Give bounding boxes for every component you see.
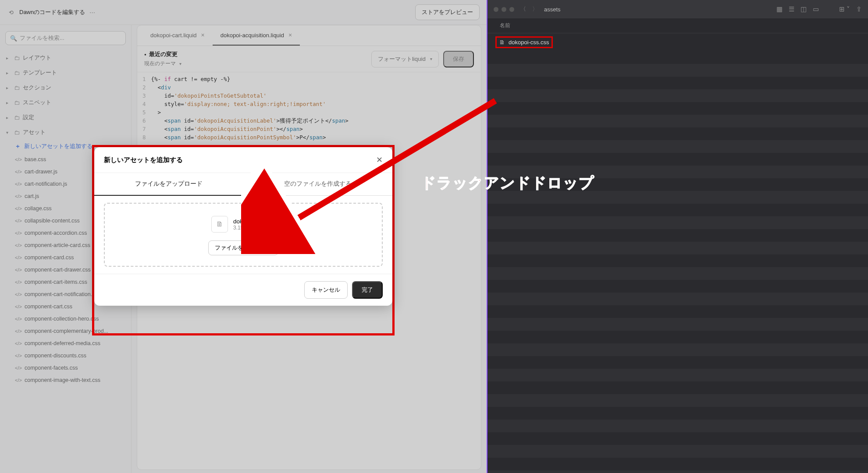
code-file-icon: </> — [15, 218, 21, 223]
finder-empty-row — [487, 229, 868, 242]
code-file-icon: </> — [15, 194, 21, 199]
share-icon[interactable]: ⇪ — [856, 5, 862, 13]
code-file-icon: </> — [15, 157, 21, 162]
finder-column-name[interactable]: 名前 — [487, 18, 868, 33]
view-icon-columns[interactable]: ◫ — [800, 5, 807, 13]
code-file-icon: </> — [15, 169, 21, 174]
more-icon[interactable]: ⋯ — [89, 9, 95, 16]
done-button[interactable]: 完了 — [352, 281, 383, 299]
search-input[interactable]: 🔍 ファイルを検索... — [5, 31, 126, 45]
tree-section-4[interactable]: ▸🗀設定 — [0, 110, 131, 125]
finder-empty-row — [487, 407, 868, 420]
format-liquid-button[interactable]: フォーマットliquid — [371, 51, 439, 67]
editor-tab[interactable]: dokopoi-acquisition.liquid× — [213, 25, 300, 46]
finder-empty-row — [487, 89, 868, 102]
view-icon-list[interactable]: ☰ — [789, 5, 794, 13]
finder-empty-row — [487, 356, 868, 369]
finder-file-row[interactable]: 🗎 dokopoi-css.css — [487, 33, 868, 51]
uploaded-file-size: 3.15KB — [233, 225, 275, 231]
finder-file-name: dokopoi-css.css — [509, 39, 549, 46]
finder-window: 〈 〉 assets ▦ ☰ ◫ ▭ ⊞ ˅ ⇪ 名前 🗎 dokopoi-cs… — [487, 0, 868, 473]
asset-file[interactable]: </>component-facets.css — [0, 362, 131, 374]
annotation-text: ドラックアンドドロップ — [421, 173, 594, 193]
finder-empty-row — [487, 51, 868, 64]
finder-empty-row — [487, 331, 868, 343]
tab-create-blank[interactable]: 空のファイルを作成する — [243, 173, 392, 196]
finder-path: assets — [544, 6, 561, 13]
finder-empty-row — [487, 420, 868, 432]
asset-file[interactable]: </>component-complementary-prod... — [0, 325, 131, 337]
code-file-icon: </> — [15, 341, 21, 346]
view-icon-grid[interactable]: ▦ — [776, 5, 783, 13]
finder-empty-row — [487, 293, 868, 305]
finder-empty-row — [487, 267, 868, 280]
view-icon-gallery[interactable]: ▭ — [813, 5, 819, 13]
tab-upload-file[interactable]: ファイルをアップロード — [94, 173, 243, 196]
theme-selector[interactable]: 現在のテーマ — [144, 60, 181, 67]
code-file-icon: </> — [15, 206, 21, 211]
finder-empty-row — [487, 216, 868, 229]
upload-dropzone[interactable]: 🗎 dokopoi-css.css 3.15KB ファイルを置き換える — [104, 203, 383, 267]
window-traffic-lights[interactable] — [494, 7, 514, 12]
replace-file-button[interactable]: ファイルを置き換える — [208, 240, 278, 255]
tree-section-2[interactable]: ▸🗀セクション — [0, 80, 131, 95]
folder-icon: 🗀 — [14, 55, 20, 61]
code-file-icon: </> — [15, 243, 21, 248]
folder-icon: 🗀 — [14, 99, 20, 106]
finder-empty-row — [487, 318, 868, 331]
code-file-icon: </> — [15, 279, 21, 285]
finder-empty-row — [487, 369, 868, 381]
finder-empty-row — [487, 140, 868, 153]
finder-empty-row — [487, 381, 868, 394]
code-file-icon: </> — [15, 353, 21, 358]
folder-icon: 🗀 — [14, 114, 20, 120]
editor-tab[interactable]: dokopoi-cart.liquid× — [142, 25, 213, 46]
finder-empty-row — [487, 343, 868, 356]
file-icon: 🗎 — [211, 216, 228, 233]
file-icon: 🗎 — [499, 39, 505, 46]
finder-empty-row — [487, 204, 868, 216]
nav-forward-icon[interactable]: 〉 — [532, 5, 538, 13]
modal-title: 新しいアセットを追加する — [104, 156, 183, 164]
nav-back-icon[interactable]: 〈 — [520, 5, 526, 13]
finder-empty-row — [487, 242, 868, 254]
finder-empty-row — [487, 254, 868, 267]
asset-file[interactable]: </>component-discounts.css — [0, 349, 131, 362]
code-file-icon: </> — [15, 378, 21, 383]
code-file-icon: </> — [15, 328, 21, 334]
finder-empty-row — [487, 305, 868, 318]
folder-icon: 🗀 — [14, 129, 20, 135]
tree-section-3[interactable]: ▸🗀スニペット — [0, 95, 131, 110]
finder-empty-row — [487, 127, 868, 140]
tree-section-1[interactable]: ▸🗀テンプレート — [0, 65, 131, 80]
folder-icon: 🗀 — [14, 85, 20, 91]
finder-empty-row — [487, 470, 868, 473]
save-button[interactable]: 保存 — [443, 51, 474, 67]
search-placeholder: ファイルを検索... — [20, 34, 64, 42]
tree-section-5[interactable]: ▾🗀アセット — [0, 125, 131, 140]
search-icon: 🔍 — [10, 35, 17, 42]
asset-file[interactable]: </>component-deferred-media.css — [0, 337, 131, 349]
asset-file[interactable]: </>component-collection-hero.css — [0, 313, 131, 325]
code-file-icon: </> — [15, 255, 21, 260]
preview-store-button[interactable]: ストアをプレビュー — [415, 4, 480, 20]
finder-empty-row — [487, 115, 868, 127]
tab-close-icon[interactable]: × — [288, 32, 292, 39]
uploaded-file-name: dokopoi-css.css — [233, 218, 275, 225]
back-icon[interactable]: ⟲ — [7, 8, 15, 16]
tab-close-icon[interactable]: × — [201, 32, 205, 39]
code-file-icon: </> — [15, 304, 21, 309]
finder-empty-row — [487, 445, 868, 458]
asset-file[interactable]: </>component-image-with-text.css — [0, 374, 131, 386]
code-file-icon: </> — [15, 316, 21, 321]
finder-empty-row — [487, 458, 868, 470]
finder-empty-row — [487, 64, 868, 77]
cancel-button[interactable]: キャンセル — [304, 281, 348, 299]
finder-empty-row — [487, 77, 868, 89]
finder-empty-row — [487, 102, 868, 115]
tree-section-0[interactable]: ▸🗀レイアウト — [0, 50, 131, 65]
close-icon[interactable]: ✕ — [376, 155, 383, 165]
group-icon[interactable]: ⊞ ˅ — [839, 5, 850, 13]
finder-empty-row — [487, 153, 868, 166]
page-title: Dawnのコードを編集する — [19, 8, 85, 16]
